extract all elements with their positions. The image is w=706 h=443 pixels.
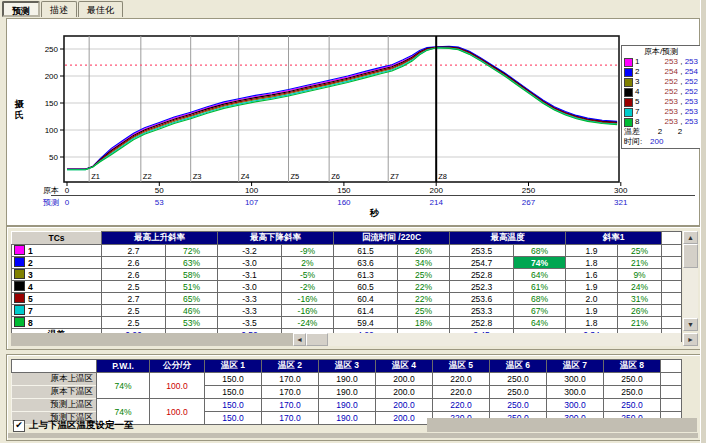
legend-tc-number: 2 [635, 67, 645, 77]
tc-table-vertical-scrollbar[interactable]: ▲ ▼ [683, 231, 698, 331]
zone-temp-cell[interactable]: 150.0 [205, 386, 262, 399]
zone-temp-cell[interactable]: 170.0 [262, 399, 319, 412]
legend-swatch [624, 78, 633, 87]
zone-temp-cell[interactable]: 190.0 [319, 386, 376, 399]
legend-row-tc2: 2254 , 254 [624, 67, 698, 77]
tc-color-swatch [14, 317, 25, 327]
tc-row-8[interactable]: 82.553%-3.5-24%59.418%252.864%1.821% [12, 317, 682, 329]
zone-temp-cell[interactable]: 300.0 [547, 386, 604, 399]
conveyor-speed-value[interactable]: 100.0 [150, 373, 205, 399]
stat-value-cell: -3.1 [218, 269, 282, 281]
zone-temp-cell[interactable]: 250.0 [490, 399, 547, 412]
legend-tempdiff-row: 温差 2 2 [624, 127, 698, 137]
tab-optimization[interactable]: 最佳化 [78, 1, 123, 17]
x-tick-label-original: 0 [65, 186, 70, 195]
zone-temp-cell[interactable]: 200.0 [376, 386, 433, 399]
blank-cell [662, 281, 682, 293]
stat-percent-cell: 22% [398, 293, 450, 305]
zone-temp-cell[interactable]: 150.0 [205, 373, 262, 386]
tc-column-header[interactable]: TCs [12, 232, 102, 245]
metric-column-header[interactable]: 回流时间 /220C [334, 232, 450, 245]
tc-row-4[interactable]: 42.551%-3.0-2%60.522%252.361%1.924% [12, 281, 682, 293]
tc-table-footer-spacer [11, 333, 293, 346]
zone-temp-cell[interactable]: 300.0 [547, 373, 604, 386]
zone-temp-cell[interactable]: 150.0 [205, 399, 262, 412]
y-tick-label: 250 [45, 45, 59, 54]
zone-temp-cell[interactable]: 220.0 [433, 399, 490, 412]
zone-row: 预测上温区74%100.0150.0170.0190.0200.0220.025… [12, 399, 682, 412]
blank-cell [661, 373, 682, 386]
tc-row-5[interactable]: 52.765%-3.3-16%60.422%253.668%2.031% [12, 293, 682, 305]
scroll-left-button[interactable]: ◄ [293, 333, 306, 346]
zone-temp-cell[interactable]: 250.0 [604, 386, 661, 399]
tab-prediction[interactable]: 预测 [2, 1, 40, 17]
zone-temp-cell[interactable]: 220.0 [433, 373, 490, 386]
stat-value-cell: 61.5 [334, 245, 398, 257]
tc-row-1[interactable]: 12.772%-3.2-9%61.526%253.568%1.925% [12, 245, 682, 257]
zone-temp-cell[interactable]: 250.0 [490, 386, 547, 399]
zone-label: Z5 [291, 172, 300, 181]
stat-value-cell: -3.3 [218, 305, 282, 317]
tc-stats-panel: TCs最高上升斜率最高下降斜率回流时间 /220C最高温度斜率112.772%-… [6, 226, 702, 350]
scroll-right-button[interactable]: ► [683, 333, 698, 346]
plot-area[interactable] [64, 36, 619, 182]
stat-percent-cell: 46% [166, 305, 218, 317]
legend-swatch [624, 68, 633, 77]
legend-predicted-value: 253 [685, 117, 698, 126]
zone-temp-cell[interactable]: 250.0 [604, 399, 661, 412]
tc-row-7[interactable]: 72.546%-3.3-16%61.425%253.367%1.926% [12, 305, 682, 317]
stat-percent-cell: -16% [282, 305, 334, 317]
zone-settings-table: P.W.I.公分/分温区 1温区 2温区 3温区 4温区 5温区 6温区 7温区… [11, 359, 682, 425]
stat-value-cell: 61.3 [334, 269, 398, 281]
y-axis-title: 摄 [14, 99, 25, 109]
tc-table-horizontal-scrollbar[interactable]: ◄ [293, 333, 681, 346]
legend-original-value: 253 [665, 117, 678, 126]
metric-column-header[interactable]: 最高下降斜率 [218, 232, 334, 245]
zone-header: 温区 2 [262, 360, 319, 373]
blank-cell [662, 305, 682, 317]
stat-percent-cell: -24% [282, 317, 334, 329]
legend-predicted-value: 253 [685, 57, 698, 66]
stat-value-cell: 253.3 [450, 305, 514, 317]
x-tick-label-predicted: 53 [155, 198, 164, 207]
zone-temp-cell[interactable]: 250.0 [604, 373, 661, 386]
zone-temp-cell[interactable]: 220.0 [433, 386, 490, 399]
zone-temp-cell[interactable]: 200.0 [376, 399, 433, 412]
x-tick-label-predicted: 214 [430, 198, 444, 207]
stat-percent-cell: 68% [514, 245, 566, 257]
tc-row-3[interactable]: 32.658%-3.1-5%61.325%252.864%1.69% [12, 269, 682, 281]
zone-temp-cell[interactable]: 190.0 [319, 399, 376, 412]
metric-column-header[interactable]: 斜率1 [566, 232, 662, 245]
zone-temp-cell[interactable]: 300.0 [547, 399, 604, 412]
scroll-up-button[interactable]: ▲ [683, 231, 698, 244]
stat-value-cell: 2.5 [102, 281, 166, 293]
stat-percent-cell: 21% [618, 257, 662, 269]
x-tick-label-predicted: 321 [614, 198, 628, 207]
horizontal-scroll-thumb[interactable] [306, 333, 328, 346]
tc-row-2[interactable]: 22.663%-3.02%63.634%254.774%1.821% [12, 257, 682, 269]
zone-temp-cell[interactable]: 190.0 [319, 373, 376, 386]
metric-column-header[interactable]: 最高上升斜率 [102, 232, 218, 245]
stat-percent-cell: 21% [618, 317, 662, 329]
tc-color-swatch [14, 305, 25, 315]
zone-temp-cell[interactable]: 200.0 [376, 373, 433, 386]
tc-label-cell: 5 [12, 293, 102, 305]
legend-tc-number: 1 [635, 57, 645, 67]
metric-column-header[interactable]: 最高温度 [450, 232, 566, 245]
profile-chart[interactable]: 50100150200250Z1Z2Z3Z4Z5Z6Z7Z8原本预测005053… [7, 19, 699, 225]
zone-temp-cell[interactable]: 170.0 [262, 386, 319, 399]
tab-description[interactable]: 描述 [41, 1, 77, 17]
scroll-down-button[interactable]: ▼ [683, 318, 698, 331]
stat-percent-cell: 64% [514, 269, 566, 281]
horizontal-scroll-track[interactable] [306, 333, 681, 346]
zone-temp-cell[interactable]: 170.0 [262, 373, 319, 386]
stat-percent-cell: 2% [282, 257, 334, 269]
legend-row-tc7: 7253 , 253 [624, 107, 698, 117]
stat-percent-cell: 63% [166, 257, 218, 269]
zone-table-header-row: P.W.I.公分/分温区 1温区 2温区 3温区 4温区 5温区 6温区 7温区… [12, 360, 682, 373]
vertical-scroll-thumb[interactable] [683, 244, 698, 268]
blank-header [662, 232, 682, 245]
link-zones-checkbox[interactable]: ✔ [13, 420, 25, 432]
zone-temp-cell[interactable]: 250.0 [490, 373, 547, 386]
stat-value-cell: 2.5 [102, 305, 166, 317]
